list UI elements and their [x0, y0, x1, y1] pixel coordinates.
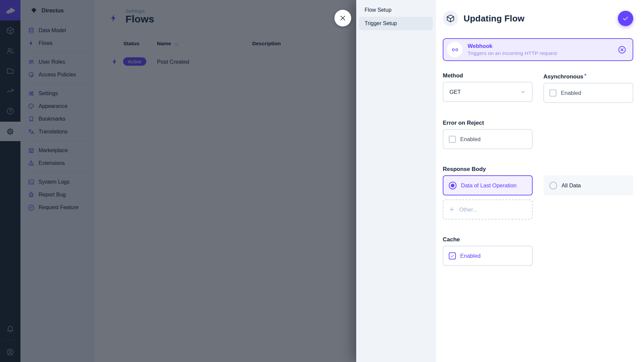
- save-button[interactable]: [618, 11, 633, 26]
- flow-drawer: Flow Setup Trigger Setup Updating Flow W…: [356, 0, 644, 362]
- webhook-icon-circle: [447, 42, 463, 57]
- method-select-value: GET: [449, 89, 461, 95]
- method-label: Method: [443, 72, 533, 79]
- drawer-nav-flow-setup[interactable]: Flow Setup: [359, 3, 433, 17]
- close-icon: [339, 14, 346, 22]
- asynchronous-checkbox-label: Enabled: [561, 90, 581, 96]
- cache-label: Cache: [443, 236, 633, 243]
- checkbox-unchecked-icon: [549, 89, 556, 97]
- drawer-title: Updating Flow: [464, 13, 525, 24]
- asynchronous-field: Asynchronous* Enabled: [543, 72, 633, 103]
- radio-all-data[interactable]: All Data: [543, 175, 633, 195]
- plus-icon: [448, 206, 455, 213]
- close-drawer-button[interactable]: [334, 10, 351, 26]
- error-on-reject-label: Error on Reject: [443, 120, 633, 126]
- method-async-section: Method GET Asynchronous* Enabled: [443, 72, 633, 103]
- radio-unselected-icon: [549, 182, 557, 189]
- method-select[interactable]: GET: [443, 82, 533, 102]
- asynchronous-checkbox[interactable]: Enabled: [543, 83, 633, 103]
- response-body-label: Response Body: [443, 166, 633, 173]
- error-on-reject-checkbox[interactable]: Enabled: [443, 129, 533, 149]
- cache-section: Cache Enabled: [443, 236, 633, 266]
- checkbox-checked-icon: [449, 252, 456, 259]
- drawer-title-icon-circle: [443, 11, 458, 26]
- webhook-title: Webhook: [468, 43, 557, 49]
- checkbox-unchecked-icon: [449, 136, 456, 143]
- radio-label: Data of Last Operation: [461, 182, 517, 189]
- cache-checkbox[interactable]: Enabled: [443, 246, 533, 266]
- webhook-trigger-card: Webhook Triggers on an incoming HTTP req…: [443, 38, 633, 61]
- drawer-nav-trigger-setup[interactable]: Trigger Setup: [359, 17, 433, 30]
- drawer-nav: Flow Setup Trigger Setup: [356, 0, 436, 362]
- drawer-overlay[interactable]: [0, 0, 356, 362]
- link-icon: [451, 46, 459, 54]
- asynchronous-label: Asynchronous*: [543, 72, 633, 80]
- cache-checkbox-label: Enabled: [460, 253, 481, 259]
- check-icon: [622, 15, 629, 22]
- method-field: Method GET: [443, 72, 533, 103]
- cube-icon: [446, 14, 455, 23]
- required-asterisk: *: [584, 72, 586, 78]
- webhook-texts: Webhook Triggers on an incoming HTTP req…: [468, 43, 557, 56]
- chevron-down-icon: [519, 88, 527, 96]
- other-label: Other...: [459, 206, 477, 213]
- response-body-section: Response Body Data of Last Operation All…: [443, 166, 633, 220]
- radio-selected-icon: [449, 182, 457, 189]
- error-on-reject-checkbox-label: Enabled: [460, 136, 481, 142]
- webhook-subtitle: Triggers on an incoming HTTP request: [468, 50, 557, 56]
- radio-data-of-last-operation[interactable]: Data of Last Operation: [443, 175, 533, 195]
- response-body-other-button[interactable]: Other...: [443, 199, 533, 220]
- drawer-header: Updating Flow: [443, 11, 633, 26]
- error-on-reject-section: Error on Reject Enabled: [443, 120, 633, 149]
- drawer-main: Updating Flow Webhook Triggers on an inc…: [436, 0, 644, 362]
- radio-label: All Data: [561, 182, 581, 189]
- deselect-trigger-icon[interactable]: [618, 45, 627, 54]
